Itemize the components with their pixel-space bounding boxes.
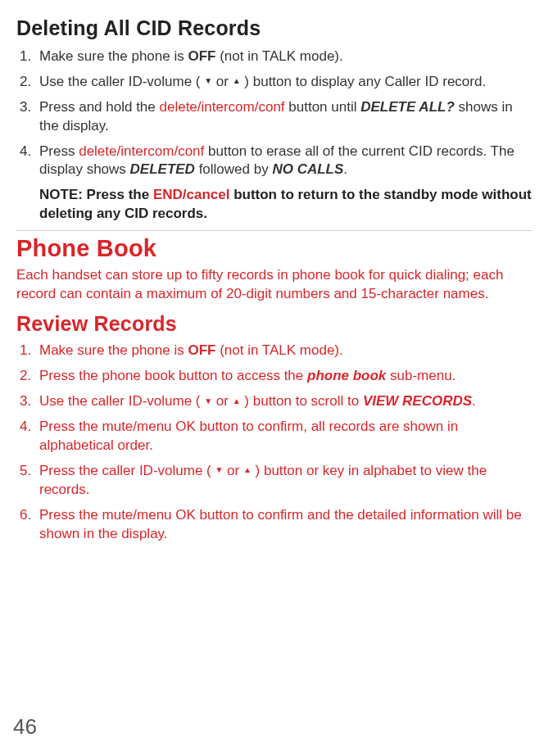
intro-text: Each handset can store up to fifty recor… [16, 266, 533, 304]
text: NOTE: Press the [39, 187, 153, 202]
text: or [212, 74, 233, 89]
list-item: Press the phone book button to access th… [16, 367, 533, 386]
list-deleting-cid: Make sure the phone is OFF (not in TALK … [16, 48, 533, 180]
list-item: Press the caller ID-volume ( ▼ or ▲ ) bu… [16, 462, 533, 500]
text-red: END/cancel [153, 187, 230, 202]
up-arrow-icon: ▲ [233, 75, 241, 87]
text: or [212, 393, 233, 409]
list-item: Press and hold the delete/intercom/conf … [16, 98, 533, 136]
text: ) button to display any Caller ID record… [241, 74, 487, 89]
text: Press and hold the [39, 99, 159, 115]
up-arrow-icon: ▲ [243, 464, 252, 476]
text: . [472, 393, 476, 409]
text: (not in TALK mode). [215, 48, 342, 64]
text-bold-italic: phone book [307, 368, 386, 383]
list-item: Use the caller ID-volume ( ▼ or ▲ ) butt… [16, 73, 533, 92]
list-item: Press the mute/menu OK button to confirm… [16, 418, 533, 455]
text: or [223, 463, 243, 478]
list-item: Press delete/intercom/conf button to era… [16, 143, 533, 180]
text-bold-italic: DELETED [130, 161, 195, 177]
list-review-records: Make sure the phone is OFF (not in TALK … [16, 342, 533, 543]
text: button until [285, 99, 361, 115]
text: Press the phone book button to access th… [39, 368, 307, 383]
list-item: Make sure the phone is OFF (not in TALK … [16, 48, 533, 66]
text-bold: OFF [188, 342, 215, 358]
text: followed by [195, 161, 273, 177]
page-number: 46 [13, 713, 37, 741]
list-item: Make sure the phone is OFF (not in TALK … [16, 342, 533, 360]
text-bold-italic: VIEW RECORDS [363, 393, 472, 409]
text: Make sure the phone is [39, 342, 188, 358]
text-bold-italic: DELETE ALL? [360, 99, 455, 115]
text: . [343, 161, 347, 177]
down-arrow-icon: ▼ [215, 464, 223, 476]
text-bold: OFF [188, 48, 215, 64]
text: ) button to scroll to [241, 393, 363, 409]
up-arrow-icon: ▲ [233, 396, 241, 407]
list-item: Use the caller ID-volume ( ▼ or ▲ ) butt… [16, 392, 533, 411]
text: (not in TALK mode). [215, 342, 342, 358]
heading-review-records: Review Records [16, 310, 533, 338]
text: sub-menu. [386, 368, 456, 383]
down-arrow-icon: ▼ [204, 396, 212, 407]
text: Press the mute/menu OK button to confirm… [39, 507, 522, 541]
heading-deleting-cid: Deleting All CID Records [16, 15, 533, 43]
text: Press the caller ID-volume ( [39, 463, 215, 478]
heading-phone-book: Phone Book [16, 230, 533, 265]
down-arrow-icon: ▼ [204, 75, 212, 87]
text-red: delete/intercom/conf [79, 143, 204, 159]
text: Press the mute/menu OK button to confirm… [39, 419, 458, 453]
list-item: Press the mute/menu OK button to confirm… [16, 506, 533, 544]
text-bold-italic: NO CALLS [272, 161, 343, 177]
text: Use the caller ID-volume ( [39, 74, 204, 89]
text: Make sure the phone is [39, 48, 188, 64]
text: Press [39, 143, 79, 159]
text: Use the caller ID-volume ( [39, 393, 204, 409]
note-text: NOTE: Press the END/cancel button to ret… [16, 186, 533, 224]
text-red: delete/intercom/conf [159, 99, 284, 115]
